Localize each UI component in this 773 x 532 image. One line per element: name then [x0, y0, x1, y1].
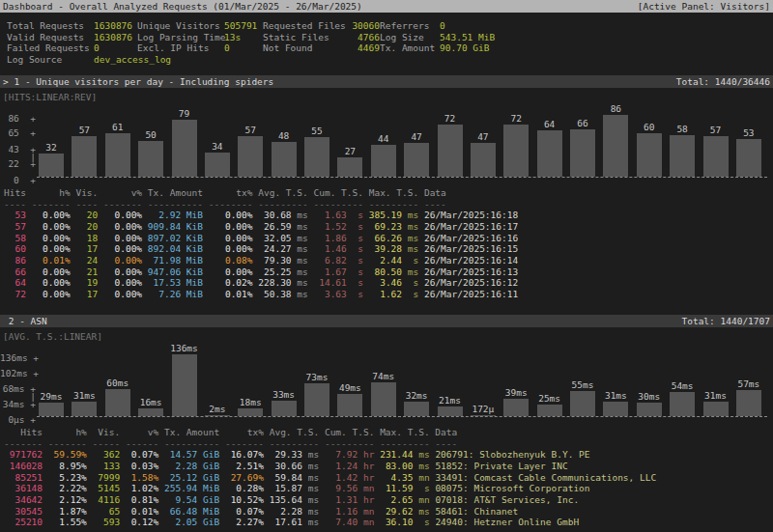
summary-value	[224, 54, 263, 66]
bar	[304, 383, 329, 416]
table-row[interactable]: 36148 2.22% 5145 1.02% 255.94 MiB 0.28% …	[4, 483, 773, 494]
bar	[404, 143, 429, 177]
chart-bar-group: 54ms	[670, 381, 695, 416]
bar-value-label: 79	[179, 109, 189, 119]
table-header-row: Hits h% Vis. v% Tx. Amount tx% Avg. T.S.…	[4, 187, 773, 199]
y-axis-tick: 22 +	[0, 159, 36, 168]
bar-value-label: 16ms	[140, 398, 162, 407]
table-row[interactable]: 25210 1.55% 593 0.12% 2.05 GiB 2.27% 17.…	[4, 517, 773, 528]
bar	[670, 135, 695, 177]
table: Hits h% Vis. v% Tx. Amount tx% Avg. T.S.…	[0, 187, 773, 300]
chart-type-label: [HITS:LINEAR:REV]	[0, 92, 773, 102]
chart-bar-group: 32	[39, 143, 64, 177]
bar	[537, 130, 562, 177]
summary-value: 543.51 MiB	[440, 32, 773, 43]
bar	[337, 394, 362, 416]
summary-row: Log Sourcedev_access_log	[0, 54, 773, 66]
bar	[272, 142, 297, 177]
chart-bar-group: 2ms	[205, 405, 230, 416]
chart-plot: 29ms31ms60ms16ms136ms2ms18ms33ms73ms49ms…	[0, 342, 773, 417]
summary-label: Log Source	[7, 54, 94, 66]
bar-value-label: 72	[511, 114, 522, 124]
bar	[570, 129, 595, 177]
table-row[interactable]: 53 0.00% 20 0.00% 2.92 MiB 0.00% 30.68 m…	[4, 210, 773, 221]
active-panel-indicator: [Active Panel: Visitors]	[638, 0, 770, 13]
summary-label	[137, 54, 224, 66]
table-row[interactable]: 57 0.00% 20 0.00% 909.84 KiB 0.00% 26.59…	[4, 221, 773, 233]
chart-bar-group: 57	[72, 126, 97, 177]
bar-value-label: 30ms	[638, 392, 660, 402]
bar	[105, 389, 130, 416]
chart-bar-group: 33ms	[272, 390, 297, 416]
app-title: Dashboard - Overall Analyzed Requests (0…	[3, 0, 362, 13]
summary-value: 0	[94, 42, 137, 54]
bar	[503, 125, 529, 177]
bar-value-label: 25ms	[538, 394, 560, 404]
bar-value-label: 74ms	[372, 372, 394, 381]
table-row[interactable]: 30545 1.87% 65 0.01% 66.48 MiB 0.07% 2.2…	[4, 506, 773, 518]
bar	[72, 402, 97, 416]
bar	[105, 133, 130, 177]
bar-value-label: 32	[45, 143, 56, 153]
summary-value: 1630876	[94, 20, 137, 32]
bar-value-label: 72	[444, 114, 455, 124]
bar	[703, 136, 729, 177]
bar	[205, 415, 230, 416]
chart-bar-group: 66	[570, 119, 595, 177]
chart-bar-group: 55	[304, 126, 329, 177]
table-row[interactable]: 66 0.00% 21 0.00% 947.06 KiB 0.00% 25.25…	[4, 266, 773, 278]
chart-bar-group: 39ms	[503, 388, 529, 416]
bar	[703, 402, 729, 416]
y-axis-tick: 65 +	[0, 128, 36, 137]
table-row[interactable]: 34642 2.12% 4116 0.81% 9.54 GiB 10.52% 1…	[4, 494, 773, 506]
bar-value-label: 29ms	[41, 392, 63, 402]
table-row[interactable]: 85251 5.23% 7999 1.58% 25.12 GiB 27.69% …	[4, 472, 773, 484]
chart-bar-group: 49ms	[337, 383, 362, 416]
summary-row: Total Requests1630876Unique Visitors5057…	[0, 20, 773, 32]
bar-value-label: 172µ	[472, 405, 494, 414]
chart-bars: 3257615079345748552744477247726466866058…	[39, 104, 761, 177]
summary-label: Excl. IP Hits	[137, 42, 224, 54]
bar-value-label: 60ms	[106, 378, 129, 388]
chart-bar-group: 57	[703, 126, 729, 177]
panel-header[interactable]: 2 - ASN Total: 1440/1707	[0, 315, 773, 327]
bar	[603, 402, 628, 416]
bar	[570, 391, 595, 416]
bar	[603, 115, 628, 177]
table-row[interactable]: 86 0.01% 24 0.00% 71.98 MiB 0.08% 79.30 …	[4, 255, 773, 266]
chart-bar-group: 72	[503, 114, 529, 177]
bar	[637, 133, 662, 177]
bar-value-label: 57ms	[737, 379, 759, 389]
table-row[interactable]: 58 0.00% 18 0.00% 897.02 KiB 0.00% 32.05…	[4, 233, 773, 244]
table-row[interactable]: 72 0.00% 17 0.00% 7.26 MiB 0.01% 50.38 m…	[4, 289, 773, 300]
bar	[736, 390, 761, 416]
bar-value-label: 55ms	[572, 380, 594, 390]
bar	[238, 136, 263, 177]
bar	[39, 403, 64, 416]
chart-bar-group: 25ms	[537, 394, 562, 416]
summary-label: Not Found	[263, 42, 346, 54]
y-axis-tick: 0µs +	[0, 415, 36, 424]
panel-header[interactable]: > 1 - Unique visitors per day - Includin…	[0, 75, 773, 88]
bar-value-label: 55	[311, 126, 322, 136]
bar	[503, 399, 529, 416]
chart-bar-group: 44	[371, 134, 396, 177]
bar	[238, 408, 263, 416]
bar-value-label: 49ms	[339, 383, 361, 393]
chart-bar-group: 60	[637, 123, 662, 177]
titlebar: Dashboard - Overall Analyzed Requests (0…	[0, 0, 773, 13]
bar-value-label: 31ms	[73, 391, 96, 401]
table-row[interactable]: 146028 8.95% 133 0.03% 2.28 GiB 2.51% 30…	[4, 461, 773, 472]
bar-value-label: 73ms	[306, 373, 329, 382]
table-separator: ------- ------- ----- ------ ---------- …	[4, 438, 773, 450]
summary-value: 13s	[224, 32, 263, 43]
chart-bar-group: 64	[537, 120, 562, 177]
bar-value-label: 27	[345, 147, 356, 156]
chart-bar-group: 31ms	[703, 391, 729, 416]
table-row[interactable]: 971762 59.59% 362 0.07% 14.57 GiB 16.07%…	[4, 449, 773, 461]
y-axis-tick: 86 +	[0, 114, 36, 123]
summary-value: 30060	[346, 20, 380, 32]
bar-value-label: 54ms	[672, 381, 694, 391]
table-row[interactable]: 60 0.00% 17 0.00% 892.04 KiB 0.00% 24.27…	[4, 243, 773, 255]
table-row[interactable]: 64 0.00% 19 0.00% 17.53 MiB 0.02% 228.30…	[4, 277, 773, 289]
